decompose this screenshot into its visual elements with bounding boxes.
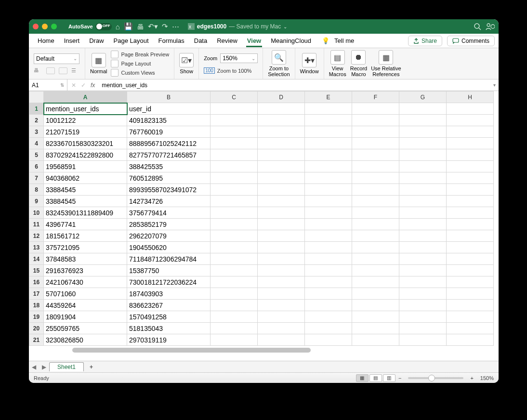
zoom-out-button[interactable]: − bbox=[395, 375, 404, 381]
use-relative-button[interactable]: ▦ Use Relative References bbox=[371, 50, 401, 77]
cell[interactable] bbox=[399, 115, 447, 126]
cell[interactable] bbox=[305, 115, 352, 126]
tab-view[interactable]: View bbox=[242, 35, 266, 47]
zoom-in-button[interactable]: + bbox=[467, 375, 476, 381]
cell[interactable] bbox=[258, 184, 305, 196]
custom-views-button[interactable]: Custom Views bbox=[111, 69, 169, 77]
cell[interactable] bbox=[211, 103, 258, 115]
cell[interactable] bbox=[399, 334, 447, 346]
cell[interactable]: 33884545 bbox=[44, 196, 127, 207]
cell[interactable]: 1570491258 bbox=[127, 311, 211, 323]
tab-meaningcloud[interactable]: MeaningCloud bbox=[266, 35, 316, 47]
window-button[interactable]: ✚▾ Window bbox=[300, 53, 319, 74]
cell[interactable] bbox=[399, 103, 447, 115]
tab-insert[interactable]: Insert bbox=[59, 35, 85, 47]
cell[interactable] bbox=[447, 138, 494, 149]
col-header-C[interactable]: C bbox=[211, 92, 258, 103]
cell[interactable] bbox=[258, 334, 305, 346]
cell[interactable] bbox=[258, 323, 305, 334]
cell[interactable] bbox=[211, 334, 258, 346]
autosave-switch-off[interactable]: OFF bbox=[95, 23, 112, 30]
cell[interactable] bbox=[447, 253, 494, 265]
cell[interactable] bbox=[258, 172, 305, 184]
cell[interactable] bbox=[399, 230, 447, 242]
cell[interactable] bbox=[211, 253, 258, 265]
fullscreen-window-icon[interactable] bbox=[51, 24, 57, 29]
cell[interactable] bbox=[211, 242, 258, 253]
minimize-window-icon[interactable] bbox=[42, 24, 48, 29]
cell[interactable] bbox=[399, 161, 447, 172]
cell[interactable] bbox=[305, 196, 352, 207]
row-header[interactable]: 1 bbox=[29, 103, 44, 115]
zoom-slider[interactable] bbox=[408, 377, 463, 379]
cell[interactable]: 18091904 bbox=[44, 311, 127, 323]
expand-formula-icon[interactable]: ▾ bbox=[490, 82, 499, 88]
cell[interactable]: 375721095 bbox=[44, 242, 127, 253]
comments-button[interactable]: Comments bbox=[447, 36, 495, 46]
col-header-H[interactable]: H bbox=[447, 92, 494, 103]
cell[interactable] bbox=[399, 300, 447, 311]
zoom-select[interactable]: 150%⌄ bbox=[220, 53, 258, 63]
cell[interactable] bbox=[258, 196, 305, 207]
cell[interactable]: 2421067430 bbox=[44, 276, 127, 288]
cell[interactable] bbox=[352, 172, 399, 184]
cell[interactable] bbox=[305, 288, 352, 300]
cell[interactable] bbox=[258, 311, 305, 323]
row-header[interactable]: 3 bbox=[29, 126, 44, 138]
cell[interactable] bbox=[211, 126, 258, 138]
cell[interactable] bbox=[258, 253, 305, 265]
cell[interactable]: 44359264 bbox=[44, 300, 127, 311]
cell[interactable] bbox=[211, 276, 258, 288]
cell[interactable] bbox=[447, 172, 494, 184]
cell[interactable] bbox=[305, 184, 352, 196]
cell[interactable] bbox=[352, 253, 399, 265]
cell[interactable] bbox=[258, 288, 305, 300]
cell[interactable] bbox=[305, 300, 352, 311]
cell[interactable] bbox=[447, 219, 494, 230]
cell[interactable] bbox=[305, 207, 352, 219]
cell[interactable] bbox=[447, 149, 494, 161]
page-layout-button[interactable]: Page Layout bbox=[111, 60, 169, 67]
cell[interactable] bbox=[258, 265, 305, 276]
row-header[interactable]: 12 bbox=[29, 230, 44, 242]
cell[interactable] bbox=[352, 311, 399, 323]
cell[interactable] bbox=[211, 265, 258, 276]
tab-formulas[interactable]: Formulas bbox=[154, 35, 189, 47]
row-header[interactable]: 7 bbox=[29, 172, 44, 184]
cell[interactable] bbox=[447, 196, 494, 207]
cell[interactable] bbox=[258, 230, 305, 242]
cell[interactable]: 15387750 bbox=[127, 265, 211, 276]
cell[interactable] bbox=[211, 138, 258, 149]
formula-input[interactable]: mention_user_ids bbox=[99, 82, 490, 89]
cell[interactable]: 212071519 bbox=[44, 126, 127, 138]
cell[interactable] bbox=[399, 323, 447, 334]
col-header-F[interactable]: F bbox=[352, 92, 399, 103]
cell[interactable]: 760512895 bbox=[127, 172, 211, 184]
cell[interactable]: 181561712 bbox=[44, 230, 127, 242]
cell[interactable]: 888895671025242112 bbox=[127, 138, 211, 149]
cell[interactable] bbox=[352, 149, 399, 161]
cell[interactable] bbox=[399, 219, 447, 230]
cell[interactable] bbox=[211, 311, 258, 323]
cell[interactable]: 33884545 bbox=[44, 184, 127, 196]
page-break-preview-button[interactable]: Page Break Preview bbox=[111, 51, 169, 58]
cell[interactable] bbox=[352, 288, 399, 300]
cell[interactable] bbox=[447, 230, 494, 242]
row-header[interactable]: 17 bbox=[29, 288, 44, 300]
page-break-mode-button[interactable]: ▥ bbox=[383, 374, 395, 382]
tell-me[interactable]: Tell me bbox=[329, 35, 359, 47]
cell[interactable]: 2916376923 bbox=[44, 265, 127, 276]
cell[interactable]: 940368062 bbox=[44, 172, 127, 184]
cell[interactable] bbox=[305, 230, 352, 242]
cell[interactable] bbox=[352, 334, 399, 346]
cell[interactable] bbox=[258, 115, 305, 126]
cell[interactable] bbox=[352, 103, 399, 115]
row-header[interactable]: 9 bbox=[29, 196, 44, 207]
cell[interactable] bbox=[447, 323, 494, 334]
cell[interactable]: 767760019 bbox=[127, 126, 211, 138]
normal-view-button[interactable]: ▦ Normal bbox=[90, 53, 107, 74]
cell[interactable] bbox=[399, 311, 447, 323]
row-header[interactable]: 16 bbox=[29, 276, 44, 288]
cell[interactable] bbox=[447, 207, 494, 219]
cell[interactable] bbox=[211, 207, 258, 219]
